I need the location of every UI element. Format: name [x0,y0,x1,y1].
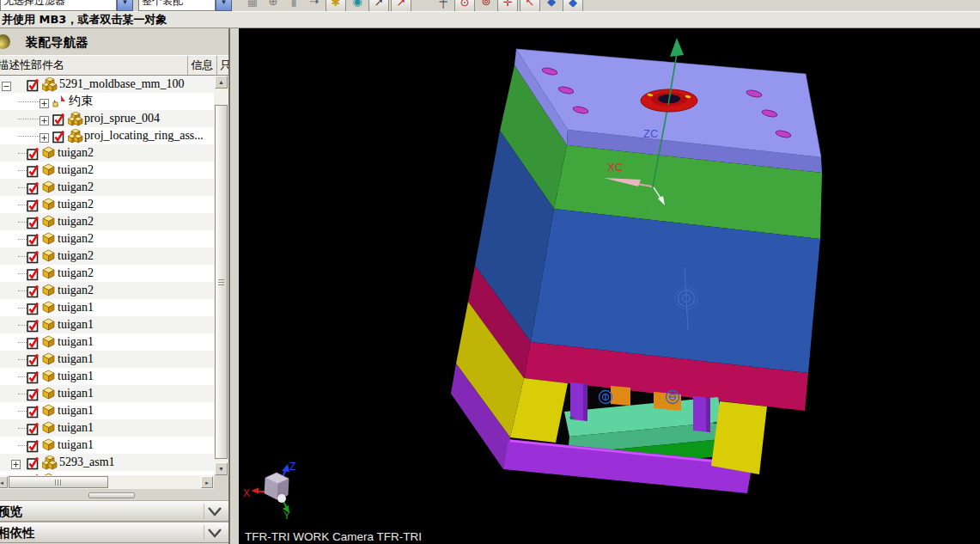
selection-toolbar: 无选择过滤器 整个装配 ▦⊕▮⇢✱◉↗↗⌒┼⊙⊚✛↖◆◆ [0,0,980,11]
red-check-icon [27,248,40,264]
scroll-up-button[interactable]: ▲ [215,76,228,89]
red-check-icon [27,180,40,195]
tree-row[interactable]: tuigan1 [0,333,214,351]
tree-row[interactable]: tuigan2 [0,196,214,213]
solid-body-boxed-icon[interactable]: ◆ [563,0,583,11]
view-orientation-triad[interactable]: X Z Y [243,461,295,522]
guide-pin-shade [706,397,710,432]
quadrant-point-icon[interactable]: ⊚ [477,0,496,10]
intersection-icon[interactable]: ┼ [434,0,453,10]
scroll-right-button[interactable]: ▸ [201,476,213,488]
tree-connector [18,325,27,326]
return-pin-block[interactable] [611,386,630,406]
assembly-icon [42,77,58,92]
tree-row[interactable]: tuigan2 [0,282,214,299]
splitter-handle[interactable] [88,492,135,498]
part-icon [42,438,56,451]
dependencies-panel-bar[interactable]: 相依性 [0,522,228,543]
show-result-icon[interactable]: ▦ [243,0,262,10]
component-name: proj_locating_ring_ass... [84,127,204,144]
tree-row[interactable]: tuigan2 [0,144,214,162]
part-icon [42,284,56,296]
component-name: tuigan1 [58,316,94,333]
tree-connector [18,119,40,119]
tree-row[interactable]: proj_locating_ring_ass... [0,127,214,144]
selection-scope-combo[interactable]: 整个装配 [138,0,232,11]
zc-axis-arrowhead[interactable] [670,38,684,57]
tree-connector [18,170,27,171]
column-descriptive-part-name[interactable]: 描述性部件名 [0,56,188,75]
tree-row[interactable]: tuigan1 [0,299,214,316]
curve-icon[interactable]: ⌒ [413,0,432,10]
chevron-down-icon[interactable] [204,504,225,519]
triad-x-label: X [243,487,250,499]
tree-row[interactable]: tuigan2 [0,162,214,179]
selection-scope-dropdown-icon[interactable] [216,0,232,11]
tree-row[interactable]: proj_sprue_004 [0,110,214,127]
tree-row[interactable]: tuigan1 [0,385,214,402]
preview-panel-label: 预览 [0,504,22,520]
assembly-icon [68,112,83,126]
horizontal-scroll-thumb[interactable] [9,476,108,488]
tree-row[interactable]: tuigan1 [0,419,214,437]
tree-row[interactable]: tuigan1 [0,368,214,385]
preview-panel-bar[interactable]: 预览 [0,500,228,522]
selection-scope-value[interactable]: 整个装配 [138,0,216,11]
model-spacer-front-right[interactable] [711,401,767,474]
tree-row[interactable]: 5291_moldbase_mm_100 [0,76,214,93]
part-icon [42,301,56,314]
dashed-selection-arrow-icon[interactable]: ⇢ [305,0,324,10]
scroll-down-button[interactable]: ▼ [215,462,228,475]
vertical-scroll-thumb[interactable] [215,105,228,459]
vector-end-icon[interactable]: ↗ [391,0,411,11]
tree-row[interactable]: tuigan2 [0,213,214,230]
tree-row[interactable]: tuigan2 [0,230,214,248]
chevron-down-icon[interactable] [204,525,225,541]
tree-connector [18,342,27,343]
column-info[interactable]: 信息 [188,56,217,75]
panel-splitter[interactable] [0,489,228,500]
column-icon[interactable]: ▮ [284,0,303,10]
tree-row[interactable]: tuigan1 [0,351,214,368]
type-filter-value[interactable]: 无选择过滤器 [0,0,117,11]
tree-row[interactable]: 约束 [0,93,214,110]
type-filter-combo[interactable]: 无选择过滤器 [0,0,133,11]
component-name: 5291_moldbase_mm_100 [59,76,184,93]
assembly-navigator-icon [0,34,10,49]
vector-icon[interactable]: ↗ [368,0,389,11]
rotate-point-icon[interactable]: ◉ [348,0,367,10]
tree-vertical-scrollbar[interactable]: ▲ ▼ [214,76,228,475]
type-filter-dropdown-icon[interactable] [117,0,133,11]
triad-z-label: Z [289,461,295,473]
tree-connector [18,428,27,429]
tree-row[interactable]: tuigan2 [0,179,214,196]
tree-row[interactable]: 5293_asm1 [0,454,214,471]
solid-body-icon[interactable]: ◆ [542,0,561,10]
panel-right-border [228,28,230,544]
pointer-point-icon[interactable]: ↖ [520,0,540,11]
tree-row[interactable]: tuigan2 [0,265,214,282]
tree-horizontal-scrollbar[interactable]: ◂ ▸ [0,475,214,489]
part-icon [42,249,56,262]
tree-row[interactable]: tuigan2 [0,248,214,265]
point-plus-icon[interactable]: ✛ [497,0,518,11]
view-status-text: TFR-TRI WORK Camera TFR-TRI [245,530,422,543]
tree-row[interactable]: tuigan1 [0,316,214,333]
graphics-viewport[interactable]: ZC XC YC X Z Y TFR-TRI WORK Camera TFR-T… [239,28,980,544]
scroll-left-button[interactable]: ◂ [0,476,8,488]
red-check-icon [27,369,40,384]
scrollbar-corner [214,475,228,489]
red-check-icon [27,300,40,315]
snap-point-icon[interactable]: ✱ [326,0,346,11]
crosshair-icon[interactable]: ⊕ [264,0,283,10]
column-read-only[interactable]: 只 [217,56,228,75]
tree-connector [18,256,27,257]
navigator-title-bar: 装配导航器 [0,28,228,55]
component-name: tuigan2 [58,248,94,265]
part-icon [42,335,56,348]
tree-connector [18,101,40,102]
part-icon [42,404,56,417]
tree-row[interactable]: tuigan1 [0,437,214,454]
circle-center-icon[interactable]: ⊙ [454,0,475,11]
tree-row[interactable]: tuigan1 [0,402,214,419]
